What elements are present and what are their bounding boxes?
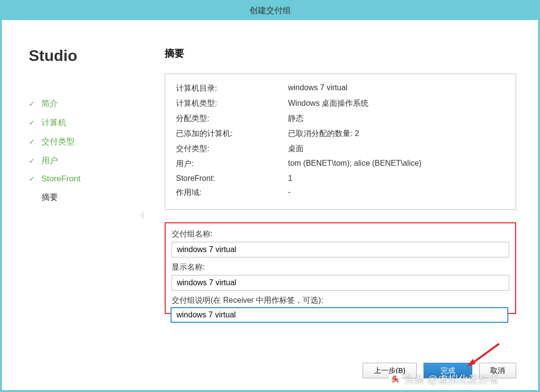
step-users[interactable]: ✓用户 bbox=[29, 151, 141, 170]
check-icon: ✓ bbox=[29, 118, 39, 127]
summary-value: windows 7 virtual bbox=[288, 83, 505, 94]
display-name-input[interactable] bbox=[172, 275, 509, 291]
summary-value: 桌面 bbox=[288, 144, 505, 154]
wizard-window: 创建交付组 Studio ✓简介 ✓计算机 ✓交付类型 ✓用户 ✓StoreFr… bbox=[2, 2, 538, 390]
summary-key: 用户: bbox=[176, 159, 288, 169]
page-heading: 摘要 bbox=[165, 47, 516, 60]
summary-row: 作用域:- bbox=[176, 185, 505, 200]
delivery-group-name-label: 交付组名称: bbox=[172, 229, 509, 239]
window-title: 创建交付组 bbox=[250, 6, 291, 15]
summary-row: 已添加的计算机:已取消分配的数量: 2 bbox=[176, 126, 505, 141]
summary-row: 计算机目录:windows 7 virtual bbox=[176, 81, 505, 96]
summary-key: 计算机类型: bbox=[176, 98, 288, 109]
summary-value: Windows 桌面操作系统 bbox=[288, 98, 505, 109]
summary-row: 用户:tom (BENET\tom); alice (BENET\alice) bbox=[176, 157, 505, 172]
sidebar: Studio ✓简介 ✓计算机 ✓交付类型 ✓用户 ✓StoreFront ✓摘… bbox=[2, 20, 141, 390]
summary-key: 分配类型: bbox=[176, 114, 288, 124]
summary-value: tom (BENET\tom); alice (BENET\alice) bbox=[288, 159, 505, 169]
step-summary[interactable]: ✓摘要 bbox=[29, 188, 141, 207]
step-label: 计算机 bbox=[41, 117, 66, 128]
description-label: 交付组说明(在 Receiver 中用作标签，可选): bbox=[172, 295, 509, 306]
step-list: ✓简介 ✓计算机 ✓交付类型 ✓用户 ✓StoreFront ✓摘要 bbox=[29, 94, 141, 207]
watermark-text: 头条 @虚拟化爱好者 bbox=[404, 372, 499, 386]
step-label: StoreFront bbox=[41, 174, 80, 184]
check-icon: ✓ bbox=[29, 137, 39, 146]
summary-key: StoreFront: bbox=[176, 174, 288, 183]
delivery-group-name-input[interactable] bbox=[172, 242, 509, 257]
watermark: 头 头条 @虚拟化爱好者 bbox=[389, 372, 499, 386]
step-label: 用户 bbox=[41, 155, 58, 166]
summary-row: 交付类型:桌面 bbox=[176, 141, 505, 157]
summary-key: 交付类型: bbox=[176, 144, 288, 154]
step-label: 交付类型 bbox=[41, 136, 75, 147]
summary-key: 计算机目录: bbox=[176, 83, 288, 94]
check-icon: ✓ bbox=[29, 175, 39, 183]
step-intro[interactable]: ✓简介 bbox=[29, 94, 141, 113]
main-panel: 摘要 计算机目录:windows 7 virtual 计算机类型:Windows… bbox=[141, 20, 538, 390]
check-icon: ✓ bbox=[29, 99, 39, 108]
titlebar: 创建交付组 bbox=[2, 2, 538, 20]
highlight-box: 交付组名称: 显示名称: 交付组说明(在 Receiver 中用作标签，可选): bbox=[165, 222, 516, 314]
summary-row: StoreFront:1 bbox=[176, 172, 505, 185]
step-machines[interactable]: ✓计算机 bbox=[29, 113, 141, 132]
watermark-icon: 头 bbox=[389, 373, 401, 385]
summary-value: 静态 bbox=[288, 114, 505, 124]
description-input[interactable] bbox=[171, 307, 508, 323]
step-label: 摘要 bbox=[41, 192, 58, 203]
summary-box: 计算机目录:windows 7 virtual 计算机类型:Windows 桌面… bbox=[165, 74, 516, 210]
svg-line-0 bbox=[472, 344, 499, 363]
summary-row: 计算机类型:Windows 桌面操作系统 bbox=[176, 96, 505, 111]
step-label: 简介 bbox=[41, 98, 58, 109]
summary-value: 1 bbox=[288, 174, 505, 183]
check-icon: ✓ bbox=[29, 157, 39, 165]
summary-value: - bbox=[288, 188, 505, 198]
summary-key: 已添加的计算机: bbox=[176, 129, 288, 139]
summary-row: 分配类型:静态 bbox=[176, 111, 505, 126]
step-storefront[interactable]: ✓StoreFront bbox=[29, 170, 141, 188]
brand-label: Studio bbox=[29, 47, 141, 65]
summary-key: 作用域: bbox=[176, 188, 288, 198]
window-body: Studio ✓简介 ✓计算机 ✓交付类型 ✓用户 ✓StoreFront ✓摘… bbox=[2, 20, 538, 390]
display-name-label: 显示名称: bbox=[172, 262, 509, 273]
step-delivery-type[interactable]: ✓交付类型 bbox=[29, 132, 141, 151]
summary-value: 已取消分配的数量: 2 bbox=[288, 129, 505, 139]
